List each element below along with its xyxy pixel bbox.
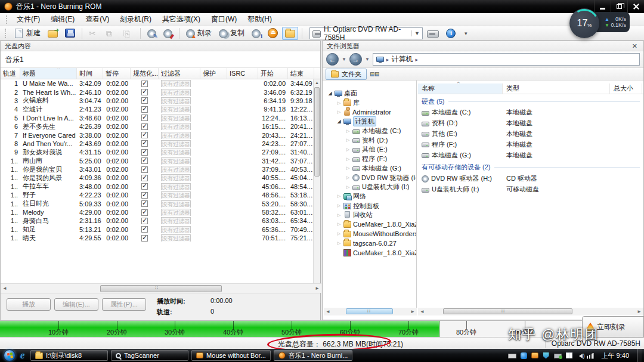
burn-button[interactable]: 刻录 [183, 27, 215, 40]
tree-item[interactable]: ▷ 其他 (E:) [324, 145, 416, 154]
recorder-select[interactable]: H: Optiarc DVD RW AD-7585H ▼ [309, 27, 423, 39]
track-row[interactable]: 1.. 晴天 4:29.55 0:02.00 没有过滤器 70:51.... 7… [1, 234, 314, 242]
normalize-checkbox[interactable] [141, 106, 148, 113]
normalize-checkbox[interactable] [141, 175, 148, 181]
col-title[interactable]: 标题 [20, 68, 77, 79]
col-isrc[interactable]: ISRC [227, 68, 258, 79]
panel-close-icon[interactable]: ✕ [630, 43, 639, 49]
col-track[interactable]: 轨道 [1, 68, 20, 79]
menu-item[interactable]: 窗口(W) [206, 13, 242, 25]
normalize-checkbox[interactable] [141, 200, 148, 207]
compilation-tab[interactable]: 音乐1 [1, 51, 320, 67]
tree-item[interactable]: ▷ Administrator [324, 107, 416, 117]
normalize-checkbox[interactable] [141, 192, 148, 199]
track-row[interactable]: 7 If Everyone Cared 3:38.00 0:02.00 没有过滤… [1, 131, 314, 139]
track-row[interactable]: 1.. 知足 5:13.21 0:02.00 没有过滤器 65:36.... 7… [1, 225, 314, 234]
track-row[interactable]: 1.. 南山南 5:25.00 0:02.00 没有过滤器 31:42.... … [1, 157, 314, 165]
toolbar-overflow-icon[interactable]: ▾ [465, 30, 467, 36]
filter-chip[interactable]: 没有过滤器 [161, 80, 191, 87]
expand-arrow-icon[interactable]: ▷ [345, 175, 351, 180]
list-item[interactable]: 其他 (E:) 本地磁盘 [418, 129, 643, 140]
tree-hscrollbar[interactable]: ◄ ► [324, 308, 417, 315]
list-item[interactable]: 硬盘 (5) [418, 95, 643, 107]
breadcrumb[interactable]: 计算机 [391, 54, 413, 64]
tree-item[interactable]: ▷ CueMaker_1.8.0_XiaZaiB [324, 220, 416, 230]
expand-arrow-icon[interactable]: ▷ [345, 185, 351, 190]
expand-arrow-icon[interactable]: ▷ [345, 166, 351, 171]
vscroll-thumb[interactable] [314, 87, 320, 177]
list-hscrollbar[interactable]: ◄ ► [418, 308, 643, 315]
track-row[interactable]: 5 I Don't Live In A... 3:48.60 0:02.00 没… [1, 114, 314, 122]
tray-icon[interactable] [531, 352, 538, 358]
tree-item[interactable]: ◢ 计算机 [324, 117, 416, 126]
play-button[interactable]: 播放 [7, 298, 51, 311]
normalize-checkbox[interactable] [141, 123, 148, 130]
tree-item[interactable]: ▷ DVD RW 驱动器 (H:) [324, 173, 416, 182]
restore-button[interactable] [611, 0, 627, 13]
track-row[interactable]: 1.. Melody 4:29.00 0:02.00 没有过滤器 58:32..… [1, 208, 314, 216]
hscroll-thumb[interactable] [100, 285, 222, 292]
list-item[interactable]: DVD RW 驱动器 (H:) CD 驱动器 [418, 174, 643, 184]
filter-chip[interactable]: 没有过滤器 [161, 226, 191, 233]
col-size[interactable]: 总大小 [610, 83, 642, 94]
expand-arrow-icon[interactable]: ▷ [345, 157, 351, 162]
tree-item[interactable]: ▷ 控制面板 [324, 201, 416, 211]
expand-arrow-icon[interactable]: ▷ [336, 110, 342, 115]
list-item[interactable]: 有可移动存储的设备 (2) [418, 162, 643, 174]
show-desktop-button[interactable] [637, 349, 642, 362]
tree-item[interactable]: ▷ 本地磁盘 (C:) [324, 126, 416, 136]
menu-item[interactable]: 刻录机(R) [114, 13, 157, 25]
close-button[interactable] [627, 0, 644, 13]
expand-arrow-icon[interactable]: ▷ [336, 101, 342, 106]
filter-chip[interactable]: 没有过滤器 [161, 217, 191, 224]
erase-disc-button[interactable] [160, 27, 175, 40]
filter-chip[interactable]: 没有过滤器 [161, 200, 191, 208]
track-row[interactable]: 9 那女孩对我说 4:31.15 0:02.00 没有过滤器 27:09....… [1, 148, 314, 156]
tree-item[interactable]: ▷ 程序 (F:) [324, 154, 416, 164]
col-protect[interactable]: 保护 [200, 68, 227, 79]
menu-item[interactable]: 帮助(H) [242, 13, 277, 25]
expand-arrow-icon[interactable]: ▷ [336, 213, 342, 218]
open-button[interactable] [45, 27, 61, 40]
list-item[interactable]: 程序 (F:) 本地磁盘 [418, 139, 643, 150]
filter-chip[interactable]: 没有过滤器 [161, 148, 191, 156]
track-table-vscrollbar[interactable]: ▲ [313, 79, 320, 283]
forward-button[interactable]: → [349, 53, 362, 66]
tree-item[interactable]: CueMaker_1.8.0_XiaZaiB [324, 248, 416, 258]
col-name[interactable]: 名称 [418, 83, 503, 94]
col-time[interactable]: 时间 [77, 68, 103, 79]
normalize-checkbox[interactable] [141, 235, 148, 242]
back-button[interactable]: ← [326, 53, 339, 66]
track-row[interactable]: 1.. 牛拉车车 3:48.00 0:02.00 没有过滤器 45:06....… [1, 182, 314, 191]
filter-chip[interactable]: 没有过滤器 [161, 209, 191, 216]
progress-ring-widget[interactable]: 17% [569, 8, 599, 38]
disc-info-button[interactable] [249, 27, 264, 40]
taskbar-button[interactable]: Mouse without Bor... [191, 350, 271, 361]
normalize-checkbox[interactable] [141, 89, 148, 95]
expand-arrow-icon[interactable]: ▷ [336, 241, 342, 246]
normalize-checkbox[interactable] [141, 157, 148, 164]
track-row[interactable]: 1.. 往日时光 5:09.33 0:02.00 没有过滤器 53:20....… [1, 199, 314, 208]
tree-item[interactable]: ◢ 桌面 [324, 89, 416, 98]
filter-chip[interactable]: 没有过滤器 [161, 234, 191, 242]
normalize-checkbox[interactable] [141, 132, 148, 138]
normalize-checkbox[interactable] [141, 209, 148, 216]
expand-arrow-icon[interactable]: ◢ [336, 119, 342, 124]
tray-icon[interactable] [577, 354, 583, 358]
col-end[interactable]: 结束 [288, 68, 314, 79]
view-mode-button[interactable] [370, 72, 379, 76]
track-row[interactable]: 3 火锅底料 3:04.74 0:02.00 没有过滤器 6:34.19 9:3… [1, 97, 314, 105]
tree-item[interactable]: ▷ 回收站 [324, 211, 416, 220]
expand-arrow-icon[interactable]: ▷ [345, 138, 351, 143]
filter-chip[interactable]: 没有过滤器 [161, 97, 191, 104]
list-item[interactable]: 本地磁盘 (C:) 本地磁盘 [418, 107, 643, 118]
normalize-checkbox[interactable] [141, 183, 148, 190]
expand-arrow-icon[interactable]: ▷ [345, 147, 351, 152]
filter-chip[interactable]: 没有过滤器 [161, 191, 191, 199]
tray-icon[interactable] [508, 354, 516, 358]
expand-arrow-icon[interactable]: ◢ [327, 91, 333, 96]
col-filter[interactable]: 过滤器 [159, 68, 200, 79]
tree-item[interactable]: ▷ tagscan-6.0.27 [324, 239, 416, 248]
track-row[interactable]: 1.. 你是我的宝贝 3:43.01 0:02.00 没有过滤器 37:09..… [1, 165, 314, 174]
filter-chip[interactable]: 没有过滤器 [161, 183, 191, 190]
